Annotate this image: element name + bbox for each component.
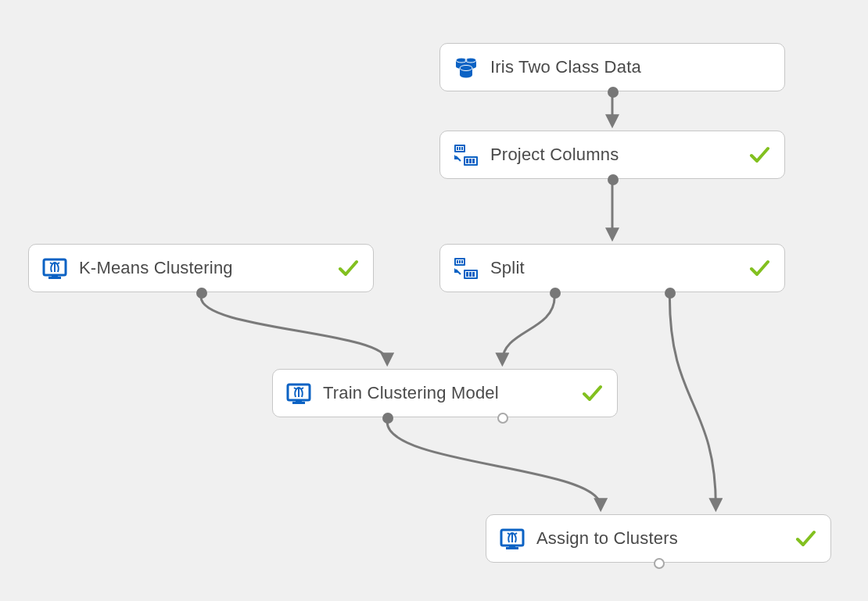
algorithm-icon [285, 381, 312, 405]
edge [669, 297, 716, 506]
svg-rect-33 [469, 272, 472, 277]
project-columns-icon [453, 143, 479, 166]
node-label: Assign to Clusters [525, 528, 794, 549]
node-assign-to-clusters[interactable]: Assign to Clusters [486, 514, 831, 563]
svg-rect-40 [506, 547, 518, 549]
svg-rect-27 [457, 260, 458, 263]
dataset-icon [453, 55, 479, 79]
svg-rect-29 [461, 260, 463, 263]
svg-rect-32 [466, 272, 468, 277]
node-project-columns[interactable]: Project Columns [439, 131, 785, 179]
experiment-canvas[interactable]: Iris Two Class Data [0, 0, 868, 601]
svg-rect-19 [466, 159, 468, 163]
node-label: Train Clustering Model [312, 383, 581, 403]
svg-rect-34 [472, 272, 475, 277]
node-split[interactable]: Split [439, 244, 785, 292]
svg-rect-15 [459, 147, 461, 150]
node-label: Split [479, 258, 748, 278]
output-port[interactable] [196, 288, 207, 299]
output-port[interactable] [665, 288, 676, 299]
split-icon [453, 256, 479, 280]
node-label: Iris Two Class Data [479, 57, 770, 77]
svg-rect-21 [472, 159, 475, 163]
output-port[interactable] [497, 413, 508, 424]
algorithm-icon [499, 527, 525, 550]
node-iris-two-class-data[interactable]: Iris Two Class Data [439, 43, 785, 91]
svg-rect-14 [457, 147, 458, 150]
svg-rect-28 [459, 260, 461, 263]
output-port[interactable] [608, 87, 619, 98]
node-label: K-Means Clustering [68, 258, 337, 278]
status-check-icon [748, 145, 770, 165]
edge [201, 297, 387, 361]
svg-rect-24 [48, 277, 61, 279]
status-check-icon [581, 383, 603, 403]
output-port[interactable] [654, 558, 665, 569]
svg-rect-20 [469, 159, 472, 163]
svg-point-8 [460, 73, 472, 78]
status-check-icon [794, 528, 816, 549]
edge [387, 422, 601, 506]
output-port[interactable] [608, 174, 619, 185]
edge [502, 297, 554, 361]
status-check-icon [337, 258, 359, 278]
node-train-clustering-model[interactable]: Train Clustering Model [272, 369, 618, 417]
svg-rect-37 [292, 402, 305, 404]
node-kmeans-clustering[interactable]: K-Means Clustering [28, 244, 374, 292]
output-port[interactable] [550, 288, 561, 299]
algorithm-icon [41, 256, 68, 280]
node-label: Project Columns [479, 145, 748, 165]
output-port[interactable] [382, 413, 393, 424]
status-check-icon [748, 258, 770, 278]
svg-rect-16 [461, 147, 463, 150]
